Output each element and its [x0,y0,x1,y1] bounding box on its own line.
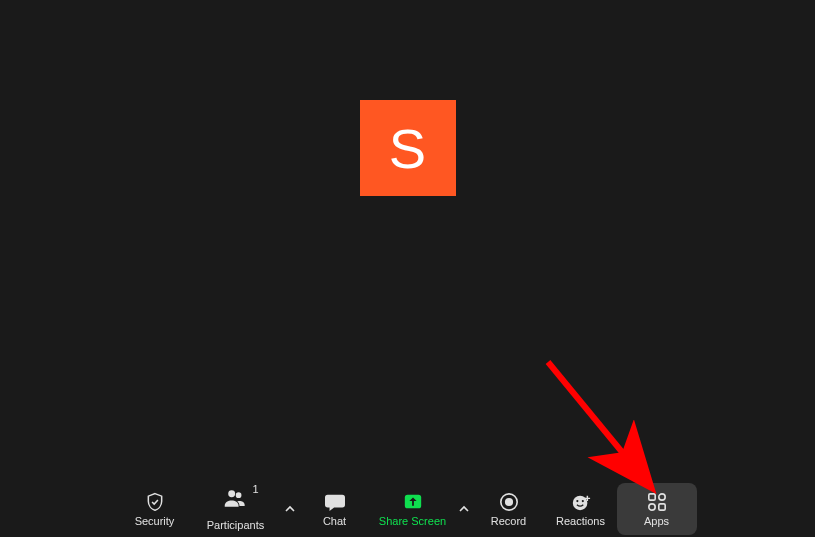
apps-button[interactable]: Apps [617,483,697,535]
share-screen-options-caret[interactable] [455,494,473,524]
chat-icon [324,491,346,513]
chat-label: Chat [323,515,346,527]
reactions-label: Reactions [556,515,605,527]
participants-icon: 1 [223,487,249,509]
record-button[interactable]: Record [473,483,545,535]
svg-point-8 [648,504,654,510]
apps-icon [647,491,667,513]
participants-button[interactable]: 1 Participants [191,483,281,535]
security-button[interactable]: Security [119,483,191,535]
shield-icon [145,491,165,513]
share-screen-button[interactable]: Share Screen [371,483,455,535]
svg-point-2 [504,498,512,506]
avatar-letter: S [389,116,426,181]
video-area: S [0,0,815,481]
reactions-icon [570,491,592,513]
security-label: Security [135,515,175,527]
svg-point-5 [581,500,583,502]
svg-rect-9 [658,504,664,510]
svg-point-7 [658,494,664,500]
apps-label: Apps [644,515,669,527]
record-icon [499,491,519,513]
participants-options-caret[interactable] [281,494,299,524]
participants-label: Participants [207,519,264,531]
toolbar-inner: Security 1 Participants Chat Share Scree… [119,483,697,535]
share-screen-icon [402,491,424,513]
svg-point-4 [576,500,578,502]
participant-avatar: S [360,100,456,196]
svg-rect-6 [648,494,654,500]
share-screen-label: Share Screen [379,515,446,527]
meeting-toolbar: Security 1 Participants Chat Share Scree… [0,481,815,537]
reactions-button[interactable]: Reactions [545,483,617,535]
record-label: Record [491,515,526,527]
participant-count: 1 [252,483,258,495]
chat-button[interactable]: Chat [299,483,371,535]
